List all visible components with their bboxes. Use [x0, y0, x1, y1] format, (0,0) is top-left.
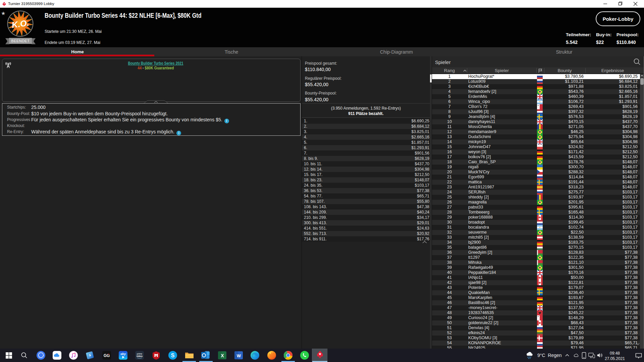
- svg-text:video: video: [137, 355, 143, 357]
- svg-text:GG: GG: [104, 353, 110, 358]
- svg-text:S: S: [171, 353, 175, 358]
- svg-text:sky: sky: [120, 352, 126, 356]
- svg-text:X: X: [221, 353, 224, 358]
- svg-text:W: W: [237, 353, 241, 358]
- svg-text:BEENDET: BEENDET: [11, 39, 30, 43]
